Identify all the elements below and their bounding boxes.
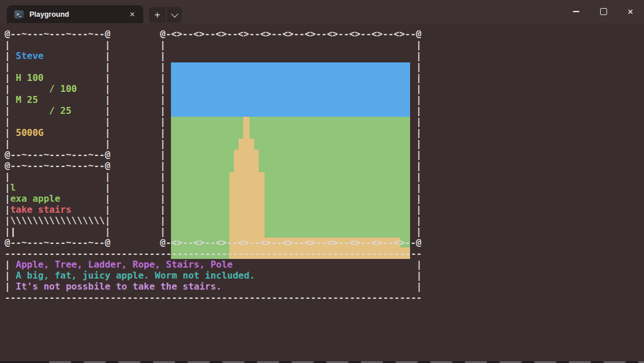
- scene-frame-line: | |: [160, 50, 422, 61]
- scene-frame-line: | |: [160, 204, 422, 215]
- scene-frame-line: | |: [160, 72, 422, 83]
- new-tab-group: +: [149, 7, 182, 23]
- close-icon: ✕: [627, 8, 634, 16]
- maximize-button[interactable]: [590, 0, 617, 23]
- stats-box-line: | 5000G |: [5, 127, 110, 138]
- output-box-line: | It's not possbile to take the stairs. …: [5, 281, 422, 292]
- new-tab-button[interactable]: +: [149, 7, 166, 23]
- command-box-line: @--~---~---~---~--@: [5, 237, 110, 248]
- close-button[interactable]: ✕: [617, 0, 644, 23]
- output-box-line: | Apple, Tree, Ladder, Rope, Stairs, Pol…: [5, 259, 422, 270]
- command-box-line: || |: [5, 226, 110, 237]
- stats-box-line: | Steve |: [5, 50, 110, 61]
- output-box-line: | A big, fat, juicy apple. Worm not incl…: [5, 270, 422, 281]
- stats-box-line: | / 100 |: [5, 83, 110, 94]
- tab-dropdown-button[interactable]: [167, 7, 182, 23]
- command-box-line: |exa apple |: [5, 193, 110, 204]
- terminal-window: >_ Playground ✕ + ✕ @--~---~---~---~--@|: [0, 0, 644, 363]
- scene-frame: @-<>--<>--<>--<>--<>--<>--<>--<>--<>--<>…: [160, 28, 422, 248]
- tab-close-icon[interactable]: ✕: [126, 9, 138, 20]
- scene-frame-line: | |: [160, 215, 422, 226]
- stats-box-line: | |: [5, 116, 110, 127]
- output-box-line: ----------------------------------------…: [5, 292, 422, 303]
- scene-frame-line: | |: [160, 83, 422, 94]
- command-box-line: @--~---~---~---~--@: [5, 160, 110, 171]
- command-box-line: |take stairs |: [5, 204, 110, 215]
- scene-frame-line: | |: [160, 138, 422, 149]
- output-box: ----------------------------------------…: [5, 248, 422, 303]
- scene-frame-line: | |: [160, 193, 422, 204]
- scene-frame-line: | |: [160, 94, 422, 105]
- stats-box-line: | |: [5, 39, 110, 50]
- scene-frame-line: | |: [160, 149, 422, 160]
- scene-frame-line: | |: [160, 182, 422, 193]
- scene-frame-line: | |: [160, 61, 422, 72]
- scene-frame-line: | |: [160, 226, 422, 237]
- stats-box-line: @--~---~---~---~--@: [5, 28, 110, 39]
- scene-frame-line: | |: [160, 39, 422, 50]
- command-box-line: | |: [5, 171, 110, 182]
- command-box-line: |l |: [5, 182, 110, 193]
- stats-box-line: | / 25 |: [5, 105, 110, 116]
- scene-frame-line: | |: [160, 116, 422, 127]
- stats-box-line: | |: [5, 138, 110, 149]
- window-controls: ✕: [563, 0, 644, 23]
- stats-box: @--~---~---~---~--@| || Steve || || H 10…: [5, 28, 110, 160]
- scene-frame-line: | |: [160, 105, 422, 116]
- stats-box-line: | |: [5, 61, 110, 72]
- scene-frame-line: @-<>--<>--<>--<>--<>--<>--<>--<>--<>--<>…: [160, 237, 422, 248]
- maximize-icon: [600, 8, 607, 15]
- command-box: @--~---~---~---~--@| ||l ||exa apple ||t…: [5, 160, 110, 248]
- powershell-icon: >_: [14, 10, 24, 18]
- tab-playground[interactable]: >_ Playground ✕: [7, 5, 143, 23]
- stats-box-line: | M 25 |: [5, 94, 110, 105]
- stats-box-line: @--~---~---~---~--@: [5, 149, 110, 160]
- titlebar: >_ Playground ✕ + ✕: [0, 0, 644, 23]
- scene-frame-line: | |: [160, 160, 422, 171]
- output-box-line: ----------------------------------------…: [5, 248, 422, 259]
- chevron-down-icon: [171, 10, 178, 18]
- tab-title: Playground: [29, 10, 69, 18]
- minimize-icon: [573, 11, 579, 12]
- minimize-button[interactable]: [563, 0, 590, 23]
- terminal-content[interactable]: @--~---~---~---~--@| || Steve || || H 10…: [0, 23, 644, 361]
- scene-frame-line: | |: [160, 171, 422, 182]
- stats-box-line: | H 100 |: [5, 72, 110, 83]
- scene-frame-line: @-<>--<>--<>--<>--<>--<>--<>--<>--<>--<>…: [160, 28, 422, 39]
- scene-frame-line: | |: [160, 127, 422, 138]
- command-box-line: |\\\\\\\\\\\\\\\\\|: [5, 215, 110, 226]
